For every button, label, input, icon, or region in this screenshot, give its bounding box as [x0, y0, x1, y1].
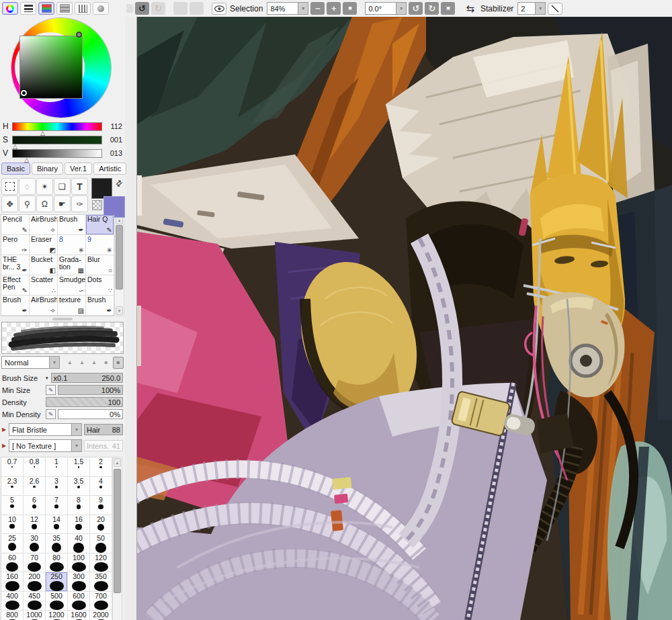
- brush-edge-button-1[interactable]: ▲: [77, 357, 87, 369]
- brush-size-8[interactable]: 8: [68, 496, 90, 515]
- transparent-color-button[interactable]: [92, 200, 102, 210]
- brush-size-80[interactable]: 80: [46, 553, 68, 573]
- brush-size-4[interactable]: 4: [90, 477, 112, 496]
- hand-tool[interactable]: ☛: [54, 195, 71, 212]
- brush-size-160[interactable]: 160: [1, 572, 24, 592]
- text-tool[interactable]: T: [71, 178, 88, 195]
- bristle-type-select[interactable]: Flat Bristle ▾: [9, 423, 82, 436]
- tab-binary[interactable]: Binary: [32, 163, 63, 175]
- size-unit-dropdown-icon[interactable]: ▾: [46, 375, 48, 381]
- saturation-slider[interactable]: △: [12, 136, 102, 144]
- brush-size-20[interactable]: 20: [90, 515, 112, 535]
- dropdown-icon[interactable]: ▾: [49, 357, 59, 368]
- brush-preset-the-br-3[interactable]: THE br... 3✒: [1, 255, 30, 275]
- brush-size-2.3[interactable]: 2.3: [1, 477, 24, 496]
- min-size-slider[interactable]: 100%: [58, 385, 123, 395]
- zoom-in-button[interactable]: +: [327, 2, 341, 15]
- brush-size-450[interactable]: 450: [24, 592, 46, 611]
- brush-size-12[interactable]: 12: [24, 515, 46, 535]
- brush-preset-brush[interactable]: Brush✒: [58, 215, 86, 235]
- brush-size-2[interactable]: 2: [90, 457, 112, 477]
- brush-size-60[interactable]: 60: [1, 553, 24, 573]
- brush-edge-button-4[interactable]: ■: [113, 357, 124, 369]
- color-wheel[interactable]: [0, 17, 125, 118]
- size-scrollbar[interactable]: ▲ ▼: [112, 457, 122, 620]
- hue-slider[interactable]: △: [12, 122, 102, 131]
- canvas-angle-select[interactable]: 0.0° ▾: [365, 2, 407, 15]
- zoom-level-select[interactable]: 84% ▾: [267, 2, 308, 15]
- brush-size-700[interactable]: 700: [90, 592, 112, 611]
- brush-preset-pencil[interactable]: Pencil✎: [1, 215, 30, 235]
- dropdown-icon[interactable]: ▾: [298, 3, 308, 14]
- brush-size-1600[interactable]: 1600: [68, 611, 90, 620]
- brush-size-slider[interactable]: x0.1 250.0: [51, 373, 123, 383]
- brush-preset-effect-pen[interactable]: Effect Pen✎: [1, 275, 30, 296]
- brush-size-3.5[interactable]: 3.5: [68, 477, 90, 496]
- brush-size-800[interactable]: 800: [1, 611, 24, 620]
- brush-size-2000[interactable]: 2000: [90, 611, 112, 620]
- brush-edge-button-0[interactable]: ▲: [65, 357, 75, 369]
- deselect-button[interactable]: [173, 2, 187, 15]
- brush-preset-8[interactable]: 8✳: [58, 235, 86, 255]
- brush-preset-9[interactable]: 9✳: [86, 235, 114, 255]
- dropdown-icon[interactable]: ▾: [396, 3, 406, 14]
- redo-button[interactable]: ↻: [151, 2, 165, 15]
- texture-select[interactable]: [ No Texture ] ▾: [9, 439, 82, 452]
- brush-size-120[interactable]: 120: [90, 553, 112, 573]
- brush-size-1200[interactable]: 1200: [46, 611, 68, 620]
- brush-size-1000[interactable]: 1000: [24, 611, 46, 620]
- brush-preset-hair-q[interactable]: Hair Q✎: [86, 215, 114, 235]
- scrollbar-thumb[interactable]: [114, 469, 121, 593]
- saturation-value-square[interactable]: [19, 36, 83, 99]
- panel-resize-handle[interactable]: [0, 316, 125, 322]
- min-size-pressure-toggle[interactable]: ✎: [46, 385, 56, 395]
- rotate-ccw-button[interactable]: ↺: [409, 2, 423, 15]
- min-density-slider[interactable]: 0%: [58, 409, 123, 419]
- rotate-cw-button[interactable]: ↻: [425, 2, 439, 15]
- brush-size-70[interactable]: 70: [24, 553, 46, 573]
- mixer-panel-button[interactable]: [75, 2, 91, 15]
- brush-preset-brush[interactable]: Brush✒: [1, 296, 30, 316]
- brush-size-350[interactable]: 350: [90, 572, 112, 592]
- brush-size-30[interactable]: 30: [24, 534, 46, 553]
- value-slider[interactable]: △: [12, 149, 102, 158]
- brush-preset-brush[interactable]: Brush✒: [86, 296, 114, 316]
- tab-ver1[interactable]: Ver.1: [65, 163, 92, 175]
- tab-artistic[interactable]: Artistic: [93, 163, 126, 175]
- brush-preset-blur[interactable]: Blur○: [86, 255, 114, 275]
- brush-size-0.7[interactable]: 0.7: [1, 457, 24, 477]
- density-slider[interactable]: 100: [46, 397, 123, 407]
- dropdown-icon[interactable]: ▾: [71, 440, 81, 451]
- preset-scrollbar[interactable]: ▲ ▼: [114, 214, 124, 316]
- brush-size-50[interactable]: 50: [90, 534, 112, 553]
- tab-basic[interactable]: Basic: [1, 163, 30, 175]
- brush-edge-button-3[interactable]: ■: [101, 357, 112, 369]
- zoom-reset-button[interactable]: ■: [343, 2, 357, 15]
- rgb-sliders-panel-button[interactable]: [38, 2, 54, 15]
- brush-preset-grada-tion[interactable]: Grada-tion▦: [58, 255, 86, 275]
- brush-preset-dots[interactable]: Dots∵: [86, 275, 114, 296]
- brush-size-5[interactable]: 5: [1, 496, 24, 515]
- brush-size-35[interactable]: 35: [46, 534, 68, 553]
- color-wheel-panel-button[interactable]: [2, 2, 18, 15]
- brush-size-500[interactable]: 500: [46, 592, 68, 611]
- zoom-tool[interactable]: ⚲: [19, 195, 36, 212]
- brush-edge-button-2[interactable]: ▲: [89, 357, 99, 369]
- swatch-panel-button[interactable]: [93, 2, 109, 15]
- dropdown-icon[interactable]: ▾: [535, 3, 545, 14]
- brush-size-9[interactable]: 9: [90, 496, 112, 515]
- brush-preset-texture[interactable]: texture▨: [58, 296, 86, 316]
- magic-wand-tool[interactable]: ✴: [36, 178, 53, 195]
- brush-size-400[interactable]: 400: [1, 592, 24, 611]
- brush-preset-scatter[interactable]: Scatter∴: [30, 275, 58, 296]
- eyedropper-tool[interactable]: ✑: [71, 195, 88, 212]
- move-tool[interactable]: ✥: [1, 195, 18, 212]
- blend-mode-select[interactable]: Normal ▾: [1, 356, 60, 369]
- line-tool-button[interactable]: [548, 3, 562, 15]
- brush-size-6[interactable]: 6: [24, 496, 46, 515]
- invert-selection-button[interactable]: [190, 2, 204, 15]
- brush-preset-airbrush[interactable]: AirBrush✧: [30, 215, 58, 235]
- brush-size-10[interactable]: 10: [1, 515, 24, 535]
- expand-arrow-icon[interactable]: ▶: [2, 427, 7, 433]
- flip-horizontal-icon[interactable]: ⇆: [466, 3, 474, 15]
